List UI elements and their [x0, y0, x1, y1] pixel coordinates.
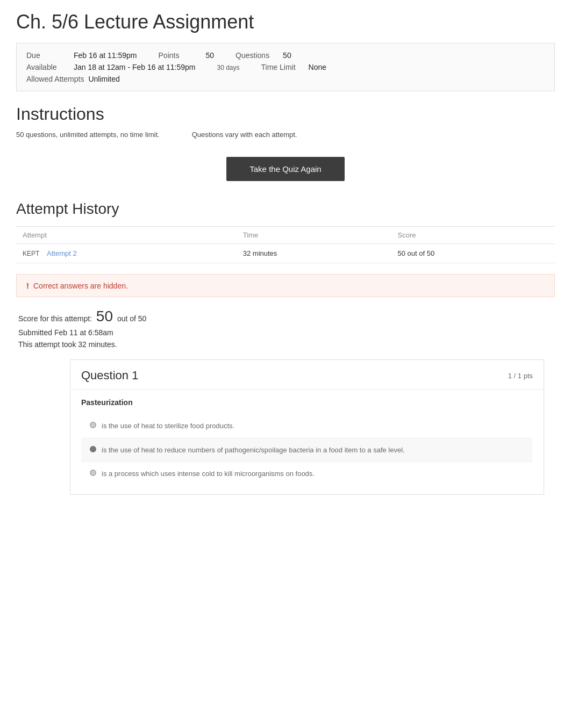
score-label: Score for this attempt: [18, 314, 92, 323]
answer-text-3: is a process which uses intense cold to … [102, 468, 315, 479]
notice-text: Correct answers are hidden. [33, 282, 128, 290]
radio-dot-3 [90, 470, 96, 476]
col-score: Score [391, 227, 555, 244]
page-wrapper: Ch. 5/6 Lecture Assignment Due Feb 16 at… [0, 0, 571, 516]
questions-label: Questions [235, 51, 279, 60]
duration-info: This attempt took 32 minutes. [18, 340, 555, 349]
attempts-value: Unlimited [88, 75, 119, 83]
instructions-section: Instructions 50 questions, unlimited att… [16, 104, 555, 142]
available-value: Jan 18 at 12am - Feb 16 at 11:59pm [74, 63, 195, 71]
points-label: Points [159, 51, 202, 60]
question-text: Pasteurization [81, 398, 533, 407]
due-value: Feb 16 at 11:59pm [74, 51, 137, 60]
page-title: Ch. 5/6 Lecture Assignment [16, 11, 555, 33]
attempts-label: Allowed Attempts [26, 75, 84, 83]
answer-text-2: is the use of heat to reduce numbers of … [102, 445, 405, 456]
instructions-text2: Questions vary with each attempt. [192, 131, 297, 139]
available-sub: 30 days [217, 64, 239, 71]
score-info-block: Score for this attempt: 50 out of 50 Sub… [16, 308, 555, 349]
meta-row-available: Available Jan 18 at 12am - Feb 16 at 11:… [26, 63, 545, 71]
attempt-table: Attempt Time Score KEPT Attempt 2 32 min… [16, 226, 555, 263]
question-card-1: Question 1 1 / 1 pts Pasteurization is t… [70, 359, 544, 495]
attempt-history-heading: Attempt History [16, 200, 555, 218]
radio-dot-1 [90, 422, 96, 428]
time-limit-label: Time Limit [261, 63, 304, 71]
table-row: KEPT Attempt 2 32 minutes 50 out of 50 [16, 244, 555, 263]
question-title: Question 1 [81, 369, 138, 383]
due-label: Due [26, 51, 69, 60]
meta-row-due: Due Feb 16 at 11:59pm Points 50 Question… [26, 51, 545, 60]
instructions-text1: 50 questions, unlimited attempts, no tim… [16, 131, 160, 139]
take-quiz-again-button[interactable]: Take the Quiz Again [226, 157, 345, 181]
question-body: Pasteurization is the use of heat to ste… [70, 390, 544, 494]
instructions-row: 50 questions, unlimited attempts, no tim… [16, 131, 555, 142]
question-header: Question 1 1 / 1 pts [70, 360, 544, 390]
attempt-history-section: Attempt History Attempt Time Score KEPT … [16, 200, 555, 263]
question-pts: 1 / 1 pts [508, 372, 533, 380]
notice-icon: ! [26, 281, 29, 290]
available-label: Available [26, 63, 69, 71]
score-suffix: out of 50 [117, 314, 147, 323]
attempt-time-cell: 32 minutes [237, 244, 391, 263]
radio-dot-2 [90, 446, 96, 452]
attempt-link[interactable]: Attempt 2 [47, 249, 77, 257]
kept-label: KEPT [23, 250, 39, 257]
answer-option-1[interactable]: is the use of heat to sterilize food pro… [81, 414, 533, 438]
answer-option-3[interactable]: is a process which uses intense cold to … [81, 462, 533, 486]
time-limit-value: None [309, 63, 326, 71]
points-value: 50 [206, 51, 215, 60]
meta-row-attempts: Allowed Attempts Unlimited [26, 75, 545, 83]
meta-box: Due Feb 16 at 11:59pm Points 50 Question… [16, 43, 555, 91]
questions-value: 50 [283, 51, 291, 60]
attempt-score-cell: 50 out of 50 [391, 244, 555, 263]
attempt-table-header-row: Attempt Time Score [16, 227, 555, 244]
col-time: Time [237, 227, 391, 244]
notice-box: ! Correct answers are hidden. [16, 274, 555, 297]
answer-text-1: is the use of heat to sterilize food pro… [102, 421, 234, 431]
btn-container: Take the Quiz Again [16, 157, 555, 181]
score-value: 50 [96, 308, 113, 325]
submitted-info: Submitted Feb 11 at 6:58am [18, 328, 555, 337]
attempt-kept-cell: KEPT Attempt 2 [16, 244, 237, 263]
score-info-line: Score for this attempt: 50 out of 50 [18, 308, 555, 325]
instructions-heading: Instructions [16, 104, 555, 124]
col-attempt: Attempt [16, 227, 237, 244]
answer-option-2[interactable]: is the use of heat to reduce numbers of … [81, 438, 533, 463]
